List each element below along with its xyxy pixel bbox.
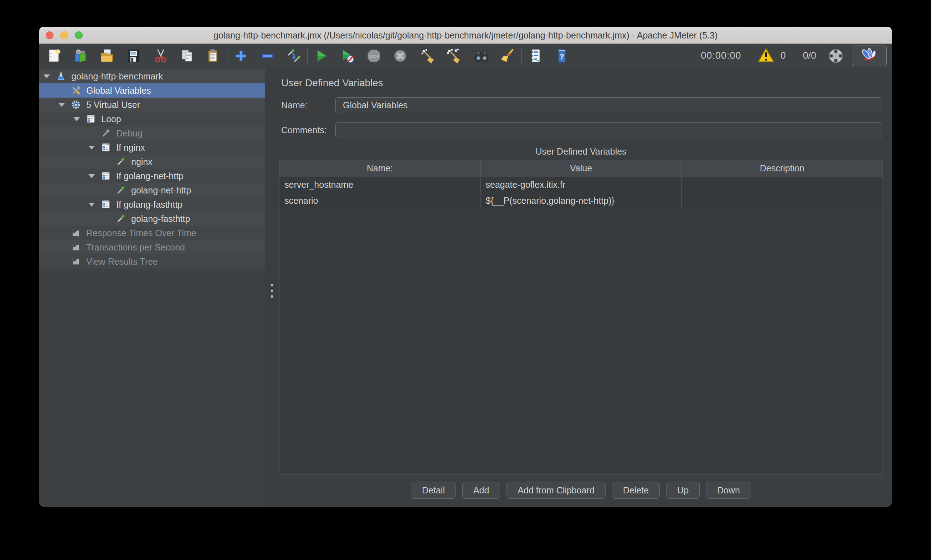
jmeter-logo-toggle-button[interactable] bbox=[852, 46, 887, 66]
table-row: scenario${__P(scenario,golang-net-http)} bbox=[279, 193, 883, 209]
delete-button[interactable]: Delete bbox=[612, 482, 660, 499]
comments-input[interactable] bbox=[335, 122, 882, 138]
warning-icon bbox=[757, 47, 775, 65]
tree-node-response-times-over-time[interactable]: Response Times Over Time bbox=[39, 226, 265, 240]
tree-node-transactions-per-second[interactable]: Transactions per Second bbox=[39, 240, 265, 254]
sampler-icon bbox=[116, 214, 125, 223]
open-file-icon[interactable] bbox=[99, 48, 115, 64]
name-input[interactable] bbox=[335, 97, 882, 113]
help-icon[interactable]: ? bbox=[554, 48, 570, 64]
table-cell[interactable] bbox=[681, 193, 883, 209]
toolbar-group bbox=[420, 48, 462, 64]
table-cell[interactable]: scenario bbox=[279, 193, 481, 209]
toolbar-group: ? bbox=[527, 48, 570, 64]
add-button[interactable]: Add bbox=[462, 482, 500, 499]
open-templates-icon[interactable] bbox=[73, 48, 88, 64]
tree-expand-toggle-icon[interactable] bbox=[88, 203, 95, 207]
tree-expand-toggle-icon[interactable] bbox=[59, 103, 65, 107]
column-header[interactable]: Name: bbox=[279, 160, 481, 177]
table-action-buttons: DetailAddAdd from ClipboardDeleteUpDown bbox=[279, 482, 883, 499]
elapsed-timer: 00:00:00 bbox=[701, 50, 741, 61]
tree-node-label: If golang-fasthttp bbox=[116, 200, 182, 210]
tree-node-label: Loop bbox=[101, 114, 121, 124]
sampler-icon bbox=[116, 186, 125, 195]
tree-node-label: golang-fasthttp bbox=[131, 214, 190, 224]
element-editor-panel: User Defined Variables Name: Comments: U… bbox=[279, 68, 892, 507]
sampler-disabled-icon bbox=[101, 129, 111, 138]
toolbar-separator bbox=[414, 48, 414, 64]
tree-node-label: If golang-net-http bbox=[116, 171, 183, 182]
tree-node-label: golang-net-http bbox=[131, 185, 191, 195]
splitter-handle[interactable] bbox=[265, 68, 279, 507]
down-button[interactable]: Down bbox=[706, 482, 751, 499]
clear-icon[interactable] bbox=[420, 48, 436, 64]
stop-icon: STOP bbox=[366, 48, 382, 64]
paste-icon[interactable] bbox=[206, 48, 221, 64]
tree-expand-toggle-icon[interactable] bbox=[88, 174, 95, 178]
panel-title: User Defined Variables bbox=[281, 77, 383, 89]
up-button[interactable]: Up bbox=[666, 482, 700, 499]
toolbar-separator bbox=[147, 48, 147, 64]
detail-button[interactable]: Detail bbox=[411, 482, 456, 499]
variables-table: Name:ValueDescription server_hostnamesea… bbox=[279, 160, 883, 209]
tree-node-global-variables[interactable]: Global Variables bbox=[39, 83, 265, 98]
tree-node-label: View Results Tree bbox=[86, 257, 158, 267]
function-helper-icon[interactable] bbox=[527, 48, 543, 64]
cut-icon[interactable] bbox=[153, 48, 169, 64]
tree-node-golang-net-http[interactable]: golang-net-http bbox=[39, 183, 265, 197]
table-cell[interactable]: server_hostname bbox=[279, 177, 481, 193]
error-count: 0 bbox=[780, 50, 786, 61]
start-icon[interactable] bbox=[313, 48, 329, 64]
add-icon[interactable] bbox=[233, 48, 249, 64]
tree-node-golang-fasthttp[interactable]: golang-fasthttp bbox=[39, 212, 265, 226]
column-header[interactable]: Description bbox=[681, 160, 883, 177]
reset-icon[interactable] bbox=[286, 48, 302, 64]
chart-listener-icon bbox=[71, 257, 80, 266]
sampler-icon bbox=[116, 157, 125, 166]
toolbar-group bbox=[233, 48, 302, 64]
table-cell[interactable] bbox=[681, 177, 883, 193]
tree-node-debug[interactable]: Debug bbox=[39, 126, 265, 140]
tree-node-5-virtual-user[interactable]: 5 Virtual User bbox=[39, 98, 265, 112]
thread-group-icon bbox=[71, 100, 80, 109]
tree-expand-toggle-icon[interactable] bbox=[73, 117, 80, 121]
test-plan-icon bbox=[56, 72, 66, 81]
toolbar-group: STOP bbox=[313, 48, 408, 64]
copy-icon[interactable] bbox=[179, 48, 195, 64]
tree-node-nginx[interactable]: nginx bbox=[39, 155, 265, 169]
toolbar: STOP? 00:00:00 0 0/0 bbox=[39, 44, 892, 68]
remote-sphere-icon bbox=[827, 47, 845, 65]
controller-icon bbox=[101, 143, 111, 152]
new-file-icon[interactable] bbox=[46, 48, 62, 64]
tree-node-if-golang-fasthttp[interactable]: If golang-fasthttp bbox=[39, 197, 265, 212]
tree-expand-toggle-icon[interactable] bbox=[88, 146, 95, 149]
table-row: server_hostnameseagate-goflex.itix.fr bbox=[279, 177, 883, 193]
tree-node-loop[interactable]: Loop bbox=[39, 112, 265, 126]
search-reset-icon[interactable] bbox=[500, 48, 516, 64]
save-icon[interactable] bbox=[125, 48, 141, 64]
column-header[interactable]: Value bbox=[481, 160, 681, 177]
toolbar-separator bbox=[468, 48, 468, 64]
search-icon[interactable] bbox=[474, 48, 489, 64]
splitter-grip-icon bbox=[271, 284, 273, 298]
tree-node-if-golang-net-http[interactable]: If golang-net-http bbox=[39, 169, 265, 183]
controller-icon bbox=[101, 200, 111, 209]
tree-node-golang-http-benchmark[interactable]: golang-http-benchmark bbox=[39, 69, 265, 83]
start-no-timers-icon[interactable] bbox=[340, 48, 355, 64]
tree-node-view-results-tree[interactable]: View Results Tree bbox=[39, 254, 265, 269]
toolbar-separator bbox=[307, 48, 308, 64]
tree-node-if-nginx[interactable]: If nginx bbox=[39, 140, 265, 155]
content-area: golang-http-benchmarkGlobal Variables5 V… bbox=[39, 68, 892, 507]
clear-all-icon[interactable] bbox=[446, 48, 462, 64]
table-cell[interactable]: seagate-goflex.itix.fr bbox=[481, 177, 681, 193]
add-from-clipboard-button[interactable]: Add from Clipboard bbox=[507, 482, 605, 499]
tree-rows: golang-http-benchmarkGlobal Variables5 V… bbox=[39, 69, 265, 269]
error-indicator[interactable]: 0 bbox=[757, 47, 786, 65]
desktop: { "window": { "title": "golang-http-benc… bbox=[0, 0, 931, 560]
jmeter-logo-icon bbox=[859, 48, 880, 65]
tree-node-label: nginx bbox=[131, 157, 153, 167]
subtract-icon[interactable] bbox=[259, 48, 275, 64]
jmeter-window: golang-http-benchmark.jmx (/Users/nicola… bbox=[39, 27, 892, 507]
tree-expand-toggle-icon[interactable] bbox=[43, 74, 50, 78]
table-cell[interactable]: ${__P(scenario,golang-net-http)} bbox=[481, 193, 681, 209]
